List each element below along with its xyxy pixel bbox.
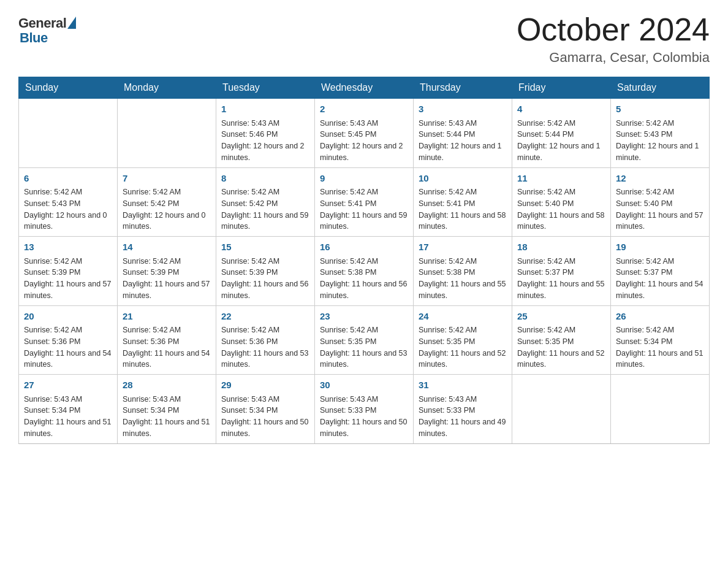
logo-triangle-icon: [67, 17, 76, 29]
weekday-header-saturday: Saturday: [611, 77, 710, 99]
sunset-text: Sunset: 5:41 PM: [419, 198, 507, 210]
weekday-header-friday: Friday: [512, 77, 611, 99]
calendar-cell: 12Sunrise: 5:42 AMSunset: 5:40 PMDayligh…: [611, 167, 710, 237]
calendar-cell: [118, 99, 216, 168]
sunrise-text: Sunrise: 5:42 AM: [24, 186, 112, 198]
sunset-text: Sunset: 5:35 PM: [419, 336, 507, 348]
sunrise-text: Sunrise: 5:42 AM: [320, 256, 408, 267]
day-number: 28: [123, 378, 211, 393]
calendar-cell: 20Sunrise: 5:42 AMSunset: 5:36 PMDayligh…: [19, 305, 118, 375]
day-number: 2: [320, 102, 408, 117]
sunrise-text: Sunrise: 5:43 AM: [320, 118, 408, 129]
daylight-text: Daylight: 12 hours and 1 minute.: [517, 140, 605, 164]
logo: General Blue: [18, 12, 76, 46]
daylight-text: Daylight: 11 hours and 58 minutes.: [419, 210, 507, 233]
daylight-text: Daylight: 12 hours and 0 minutes.: [123, 210, 211, 233]
daylight-text: Daylight: 11 hours and 53 minutes.: [221, 348, 309, 371]
day-number: 5: [616, 102, 704, 117]
calendar-cell: 13Sunrise: 5:42 AMSunset: 5:39 PMDayligh…: [19, 237, 118, 306]
daylight-text: Daylight: 11 hours and 59 minutes.: [320, 210, 408, 233]
sunrise-text: Sunrise: 5:43 AM: [320, 394, 408, 405]
title-block: October 2024 Gamarra, Cesar, Colombia: [517, 12, 710, 66]
sunset-text: Sunset: 5:41 PM: [320, 198, 408, 210]
calendar-cell: 17Sunrise: 5:42 AMSunset: 5:38 PMDayligh…: [414, 237, 512, 306]
sunset-text: Sunset: 5:34 PM: [616, 336, 704, 348]
sunset-text: Sunset: 5:40 PM: [616, 198, 704, 210]
day-number: 23: [320, 310, 408, 324]
sunset-text: Sunset: 5:39 PM: [24, 267, 112, 278]
sunset-text: Sunset: 5:39 PM: [221, 267, 309, 278]
calendar-cell: 9Sunrise: 5:42 AMSunset: 5:41 PMDaylight…: [315, 167, 414, 237]
calendar-cell: 1Sunrise: 5:43 AMSunset: 5:46 PMDaylight…: [216, 99, 315, 168]
sunset-text: Sunset: 5:36 PM: [221, 336, 309, 348]
sunset-text: Sunset: 5:46 PM: [221, 129, 309, 140]
calendar-week-row: 6Sunrise: 5:42 AMSunset: 5:43 PMDaylight…: [19, 167, 710, 237]
calendar-cell: 19Sunrise: 5:42 AMSunset: 5:37 PMDayligh…: [611, 237, 710, 306]
calendar-cell: 14Sunrise: 5:42 AMSunset: 5:39 PMDayligh…: [118, 237, 216, 306]
calendar-week-row: 20Sunrise: 5:42 AMSunset: 5:36 PMDayligh…: [19, 305, 710, 375]
day-number: 26: [616, 310, 704, 324]
daylight-text: Daylight: 11 hours and 53 minutes.: [320, 348, 408, 371]
calendar-week-row: 1Sunrise: 5:43 AMSunset: 5:46 PMDaylight…: [19, 99, 710, 168]
sunrise-text: Sunrise: 5:42 AM: [517, 186, 605, 198]
day-number: 17: [419, 240, 507, 255]
calendar-table: SundayMondayTuesdayWednesdayThursdayFrid…: [18, 77, 710, 444]
sunrise-text: Sunrise: 5:42 AM: [616, 256, 704, 267]
calendar-cell: 2Sunrise: 5:43 AMSunset: 5:45 PMDaylight…: [315, 99, 414, 168]
sunrise-text: Sunrise: 5:42 AM: [517, 256, 605, 267]
sunrise-text: Sunrise: 5:42 AM: [221, 256, 309, 267]
sunrise-text: Sunrise: 5:43 AM: [221, 118, 309, 129]
sunset-text: Sunset: 5:37 PM: [616, 267, 704, 278]
sunset-text: Sunset: 5:44 PM: [419, 129, 507, 140]
day-number: 19: [616, 240, 704, 255]
daylight-text: Daylight: 11 hours and 56 minutes.: [320, 278, 408, 302]
sunset-text: Sunset: 5:33 PM: [320, 405, 408, 416]
sunset-text: Sunset: 5:39 PM: [123, 267, 211, 278]
daylight-text: Daylight: 11 hours and 51 minutes.: [616, 348, 704, 371]
calendar-cell: [19, 99, 118, 168]
calendar-cell: 8Sunrise: 5:42 AMSunset: 5:42 PMDaylight…: [216, 167, 315, 237]
daylight-text: Daylight: 11 hours and 54 minutes.: [616, 278, 704, 302]
day-number: 30: [320, 378, 408, 393]
sunset-text: Sunset: 5:44 PM: [517, 129, 605, 140]
day-number: 21: [123, 310, 211, 324]
calendar-cell: 23Sunrise: 5:42 AMSunset: 5:35 PMDayligh…: [315, 305, 414, 375]
day-number: 12: [616, 172, 704, 186]
sunrise-text: Sunrise: 5:42 AM: [320, 186, 408, 198]
sunrise-text: Sunrise: 5:43 AM: [24, 394, 112, 405]
weekday-header-row: SundayMondayTuesdayWednesdayThursdayFrid…: [19, 77, 710, 99]
daylight-text: Daylight: 11 hours and 57 minutes.: [24, 278, 112, 302]
day-number: 27: [24, 378, 112, 393]
calendar-cell: [611, 375, 710, 444]
daylight-text: Daylight: 11 hours and 54 minutes.: [24, 348, 112, 371]
day-number: 16: [320, 240, 408, 255]
day-number: 13: [24, 240, 112, 255]
sunrise-text: Sunrise: 5:42 AM: [616, 118, 704, 129]
sunrise-text: Sunrise: 5:43 AM: [419, 394, 507, 405]
daylight-text: Daylight: 12 hours and 1 minute.: [616, 140, 704, 164]
logo-blue-text: Blue: [18, 30, 48, 46]
sunrise-text: Sunrise: 5:42 AM: [123, 256, 211, 267]
daylight-text: Daylight: 11 hours and 55 minutes.: [419, 278, 507, 302]
logo-general-text: General: [18, 15, 66, 31]
day-number: 11: [517, 172, 605, 186]
calendar-cell: 18Sunrise: 5:42 AMSunset: 5:37 PMDayligh…: [512, 237, 611, 306]
sunrise-text: Sunrise: 5:42 AM: [517, 118, 605, 129]
sunrise-text: Sunrise: 5:42 AM: [517, 324, 605, 336]
daylight-text: Daylight: 12 hours and 0 minutes.: [24, 210, 112, 233]
page-header: General Blue October 2024 Gamarra, Cesar…: [18, 12, 710, 66]
sunset-text: Sunset: 5:38 PM: [320, 267, 408, 278]
calendar-cell: 31Sunrise: 5:43 AMSunset: 5:33 PMDayligh…: [414, 375, 512, 444]
sunrise-text: Sunrise: 5:42 AM: [419, 324, 507, 336]
sunrise-text: Sunrise: 5:43 AM: [419, 118, 507, 129]
calendar-week-row: 27Sunrise: 5:43 AMSunset: 5:34 PMDayligh…: [19, 375, 710, 444]
calendar-cell: 7Sunrise: 5:42 AMSunset: 5:42 PMDaylight…: [118, 167, 216, 237]
calendar-cell: [512, 375, 611, 444]
sunset-text: Sunset: 5:42 PM: [123, 198, 211, 210]
day-number: 10: [419, 172, 507, 186]
location-title: Gamarra, Cesar, Colombia: [517, 50, 710, 66]
calendar-cell: 25Sunrise: 5:42 AMSunset: 5:35 PMDayligh…: [512, 305, 611, 375]
sunrise-text: Sunrise: 5:42 AM: [616, 186, 704, 198]
day-number: 9: [320, 172, 408, 186]
day-number: 15: [221, 240, 309, 255]
